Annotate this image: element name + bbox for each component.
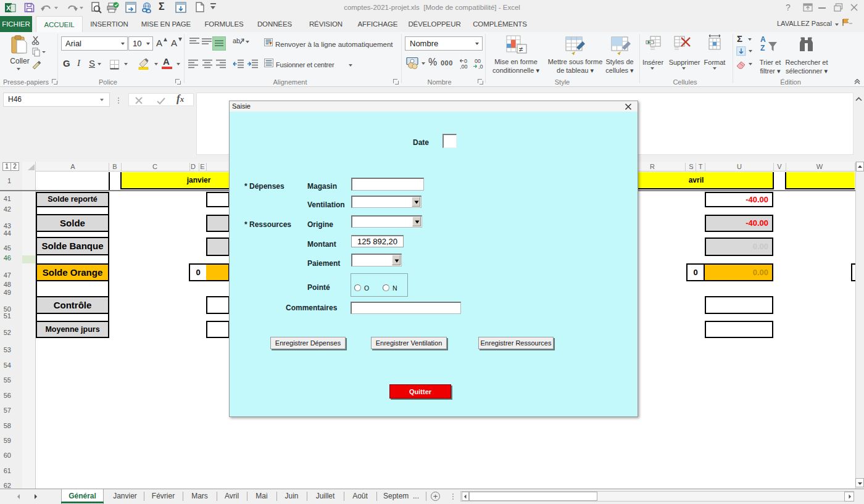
svg-text:ab: ab (233, 37, 240, 44)
svg-text:Z: Z (760, 44, 765, 52)
svg-text:,00: ,00 (460, 64, 468, 69)
svg-text:A: A (760, 35, 766, 44)
svg-text:≠: ≠ (519, 45, 523, 54)
svg-text:,0: ,0 (478, 64, 483, 69)
